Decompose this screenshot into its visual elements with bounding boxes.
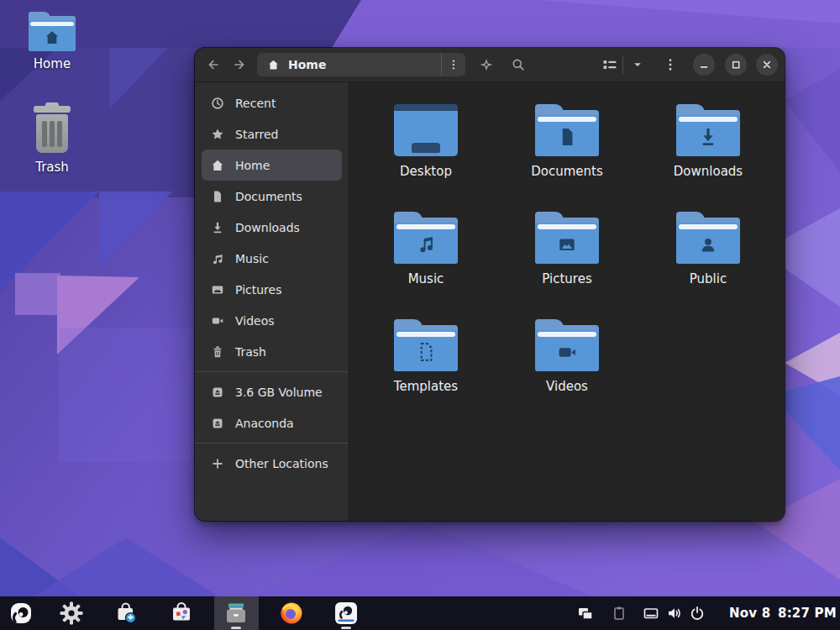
person-glyph-icon (696, 233, 720, 256)
sidebar-item-pictures[interactable]: Pictures (202, 274, 342, 305)
display-icon (643, 605, 659, 622)
file-item-documents[interactable]: Documents (496, 104, 638, 212)
search-button[interactable] (508, 55, 528, 75)
sidebar-item-label: Videos (235, 314, 275, 328)
software-update-bag-icon (114, 601, 139, 626)
files-cabinet-icon (223, 601, 249, 626)
music-note-icon (211, 252, 224, 265)
recent-clock-icon (211, 97, 224, 110)
taskbar-app-settings[interactable] (59, 601, 84, 626)
sidebar-item-starred[interactable]: Starred (202, 118, 342, 150)
taskbar-app-files[interactable] (223, 601, 249, 626)
taskbar-app-anaconda[interactable] (8, 601, 34, 626)
folder-template-icon (394, 319, 458, 371)
desktop-icon-label: Trash (35, 160, 69, 175)
star-location-button[interactable] (476, 55, 496, 75)
taskbar-app-firefox[interactable] (279, 601, 304, 626)
view-options-button[interactable] (627, 55, 648, 75)
firefox-icon (279, 601, 304, 626)
sidebar-item-anaconda-volume[interactable]: Anaconda (202, 407, 342, 438)
search-icon (510, 56, 527, 73)
sidebar-item-trash[interactable]: Trash (202, 336, 342, 367)
sidebar-item-volume[interactable]: 3.6 GB Volume (202, 376, 342, 407)
kebab-icon (447, 58, 460, 71)
files-window: Home (195, 48, 785, 521)
sidebar-item-downloads[interactable]: Downloads (202, 212, 342, 243)
tray-workspaces[interactable] (577, 605, 594, 622)
file-item-videos[interactable]: Videos (496, 319, 638, 427)
desktop-icon-trash[interactable]: Trash (8, 102, 96, 175)
file-item-music[interactable]: Music (355, 212, 496, 319)
folder-document-icon (535, 104, 599, 156)
back-button[interactable] (203, 55, 223, 75)
forward-icon (230, 55, 249, 74)
video-camera-icon (211, 314, 224, 328)
file-item-downloads[interactable]: Downloads (638, 104, 779, 212)
document-icon (211, 190, 224, 203)
menu-kebab-icon (663, 57, 678, 72)
maximize-button[interactable] (725, 54, 747, 76)
sidebar: Recent Starred Home Documents Downloads … (195, 82, 349, 521)
taskbar-app-anaconda-window[interactable] (333, 601, 359, 626)
picture-icon (211, 283, 224, 297)
workspaces-icon (577, 605, 594, 622)
minimize-icon (696, 56, 712, 73)
file-label: Music (408, 271, 444, 286)
sidebar-separator (195, 443, 349, 444)
running-indicator (231, 627, 241, 629)
trash-icon (211, 345, 224, 359)
close-icon (759, 56, 775, 73)
tray-display[interactable] (643, 605, 659, 622)
taskbar-app-software-update[interactable] (114, 601, 139, 626)
tray-clipboard[interactable] (611, 605, 627, 622)
video-glyph-icon (555, 340, 579, 364)
file-view: Desktop Documents Downloads (350, 82, 785, 521)
tray-volume[interactable] (666, 605, 683, 622)
folder-picture-icon (535, 212, 599, 264)
clock-time[interactable]: 8:27 PM (778, 606, 837, 621)
desktop-icon-home[interactable]: Home (8, 12, 96, 71)
file-label: Videos (546, 379, 588, 394)
file-item-templates[interactable]: Templates (355, 319, 496, 427)
sidebar-item-recent[interactable]: Recent (202, 87, 342, 118)
clipboard-icon (611, 605, 627, 622)
file-item-pictures[interactable]: Pictures (496, 212, 638, 319)
settings-gear-icon (59, 601, 84, 626)
sidebar-item-label: 3.6 GB Volume (235, 386, 323, 399)
file-item-desktop[interactable]: Desktop (355, 104, 496, 212)
sidebar-item-label: Trash (235, 345, 266, 359)
clock-date[interactable]: Nov 8 (729, 606, 770, 621)
sidebar-item-label: Music (235, 252, 269, 265)
chevron-down-icon (630, 57, 645, 72)
minimize-button[interactable] (693, 54, 715, 76)
maximize-icon (727, 56, 744, 73)
close-button[interactable] (756, 54, 778, 76)
path-menu-button[interactable] (441, 53, 465, 76)
tray-power[interactable] (689, 605, 706, 622)
sidebar-separator (195, 371, 349, 372)
file-label: Templates (394, 379, 458, 394)
sidebar-item-videos[interactable]: Videos (202, 305, 342, 336)
anaconda-window-icon (333, 601, 359, 626)
sidebar-item-other-locations[interactable]: Other Locations (202, 448, 342, 479)
folder-download-icon (676, 104, 740, 156)
titlebar[interactable]: Home (195, 48, 785, 82)
sidebar-item-home[interactable]: Home (202, 150, 342, 181)
anaconda-installer-icon (8, 601, 34, 626)
file-item-public[interactable]: Public (638, 212, 779, 319)
path-location-label: Home (288, 58, 326, 71)
folder-public-icon (676, 212, 740, 264)
home-glyph-icon (42, 28, 62, 48)
music-glyph-icon (414, 233, 438, 256)
sidebar-item-documents[interactable]: Documents (202, 181, 342, 212)
sidebar-item-music[interactable]: Music (202, 243, 342, 274)
desktop-screen: Home Trash Home (0, 0, 840, 630)
taskbar-app-software-store[interactable] (169, 601, 194, 626)
sidebar-item-label: Anaconda (235, 417, 294, 430)
forward-button[interactable] (229, 55, 249, 75)
taskbar: Nov 8 8:27 PM (0, 596, 840, 630)
window-menu-button[interactable] (660, 55, 680, 75)
sidebar-item-label: Home (235, 159, 270, 172)
view-toggle-button[interactable] (600, 55, 620, 75)
path-bar[interactable]: Home (257, 53, 465, 76)
